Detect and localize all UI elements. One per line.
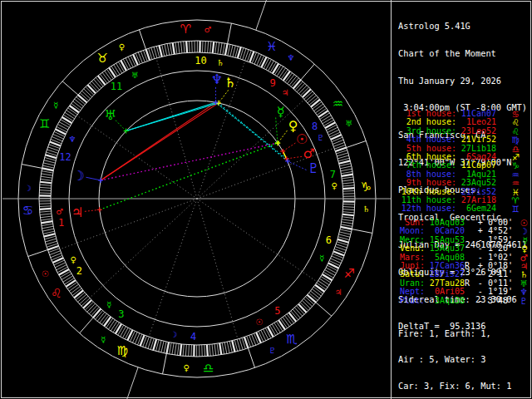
planet-position-list: Sun:10Aqu03+ 0°00'☉Moon:0Can20+ 4°52'☽Me… — [397, 218, 531, 304]
degree-tick — [39, 187, 51, 188]
degree-tick — [52, 258, 63, 263]
degree-tick — [121, 327, 126, 337]
degree-tick — [342, 183, 354, 184]
degree-tick — [319, 278, 329, 285]
degree-tick — [69, 284, 78, 291]
house-label: 12th house: — [397, 204, 456, 212]
house-cusp-line-4 — [149, 199, 197, 337]
degree-tick — [212, 344, 213, 356]
degree-tick — [45, 239, 56, 242]
house-number-12: 12 — [59, 151, 71, 163]
degree-tick — [343, 209, 355, 210]
planet-pointer-mercury — [276, 117, 278, 142]
sign-ruler-icon-taurus: ♀ — [119, 42, 125, 52]
degree-tick — [71, 287, 80, 293]
house-number-3: 3 — [118, 308, 124, 320]
degree-tick — [59, 269, 69, 275]
degree-tick — [342, 219, 353, 221]
planet-pointer-saturn — [219, 90, 229, 103]
degree-tick — [121, 61, 126, 71]
chart-title: Chart of the Moment — [398, 49, 527, 58]
retrograde-flag — [465, 269, 471, 278]
degree-tick — [40, 182, 52, 183]
planet-label: Sun: — [397, 218, 425, 226]
degree-tick — [43, 163, 55, 165]
house-sign-icon: ♒ — [496, 178, 530, 186]
retrograde-flag — [465, 244, 471, 252]
sign-boundary — [22, 165, 53, 171]
degree-tick — [274, 323, 280, 332]
sign-ruler-icon-pisces: ♆ — [287, 53, 294, 62]
degree-tick — [342, 180, 354, 181]
degree-tick — [63, 276, 73, 282]
degree-tick — [98, 76, 106, 85]
house-ruler-icon-3: ☿ — [106, 300, 111, 309]
degree-tick — [87, 85, 96, 93]
degree-tick — [339, 160, 351, 163]
degree-tick — [87, 303, 96, 312]
house-label: 4th house: — [397, 135, 456, 143]
degree-tick — [340, 166, 352, 169]
degree-tick — [66, 280, 76, 287]
planet-pointer-venus — [278, 131, 287, 143]
house-label: 10th house: — [397, 187, 456, 195]
degree-tick — [288, 313, 296, 322]
sign-boundary — [225, 23, 232, 55]
planet-icon: ☉ — [513, 218, 531, 226]
degree-tick — [278, 320, 285, 330]
house-cusp-value: 27Lib18 — [456, 144, 496, 152]
degree-tick — [126, 58, 131, 68]
degree-tick — [122, 328, 128, 337]
sign-glyph-pisces: ♓ — [266, 39, 277, 54]
degree-tick — [151, 47, 155, 58]
planet-icon: ♇ — [513, 296, 531, 304]
planet-icon: ♅ — [513, 278, 531, 287]
planet-label: Jupi: — [397, 261, 425, 269]
house-ruler-icon-6: ☿ — [319, 254, 324, 263]
sign-boundary — [163, 342, 170, 374]
degree-tick — [302, 301, 310, 309]
planet-position-value: 10Aqu03 — [425, 218, 465, 226]
degree-tick — [298, 304, 307, 313]
planet-row: Mars:5Aqu08- 1°02'♂ — [397, 253, 531, 261]
degree-tick — [264, 329, 268, 339]
degree-tick — [80, 296, 88, 303]
degree-tick — [40, 179, 52, 180]
planet-glyph-saturn: ♄ — [224, 75, 236, 91]
degree-tick — [205, 41, 206, 52]
house-sign-icon: ♐ — [496, 152, 530, 160]
degree-tick — [108, 320, 115, 330]
degree-tick — [237, 339, 240, 350]
degree-tick — [41, 219, 52, 220]
degree-tick — [272, 324, 278, 334]
planet-position-value: 15Aqu37 — [425, 244, 465, 252]
house-sign-icon: ♌ — [496, 126, 530, 135]
house-number-5: 5 — [274, 305, 280, 317]
planet-glyph-jupiter: ♃ — [71, 204, 83, 220]
degree-tick — [223, 43, 224, 55]
house-cusp-line-5 — [197, 199, 238, 339]
degree-tick — [191, 345, 192, 357]
planet-row: Moon:0Can20+ 4°52'☽ — [397, 226, 531, 234]
degree-tick — [311, 100, 320, 107]
house-cusp-list: 1st house:11Can07♋2nd house:1Leo21♌3rd h… — [397, 109, 530, 213]
house-row: 1st house:11Can07♋ — [397, 109, 530, 117]
degree-tick — [161, 341, 164, 352]
sign-boundary — [341, 227, 372, 234]
planet-icon: ☿ — [513, 235, 531, 244]
planet-position-value: 27Tau28 — [425, 278, 465, 287]
degree-tick — [306, 93, 314, 101]
house-row: 11th house:27Ari18♈ — [397, 195, 530, 204]
planet-glyph-venus: ♀ — [288, 118, 298, 134]
degree-tick — [342, 177, 353, 179]
planet-position-value: 15Aqu53 — [425, 235, 465, 244]
aspect-line-moon-venus — [101, 143, 278, 180]
degree-tick — [189, 41, 190, 52]
house-label: 9th house: — [397, 178, 456, 186]
degree-tick — [342, 175, 353, 176]
planet-row: Nept:0Ari05- 1°19'♆ — [397, 287, 531, 295]
retrograde-flag — [465, 218, 471, 226]
degree-tick — [84, 89, 92, 97]
degree-tick — [209, 344, 210, 356]
house-cusp-value: 6Sag24 — [456, 152, 496, 160]
